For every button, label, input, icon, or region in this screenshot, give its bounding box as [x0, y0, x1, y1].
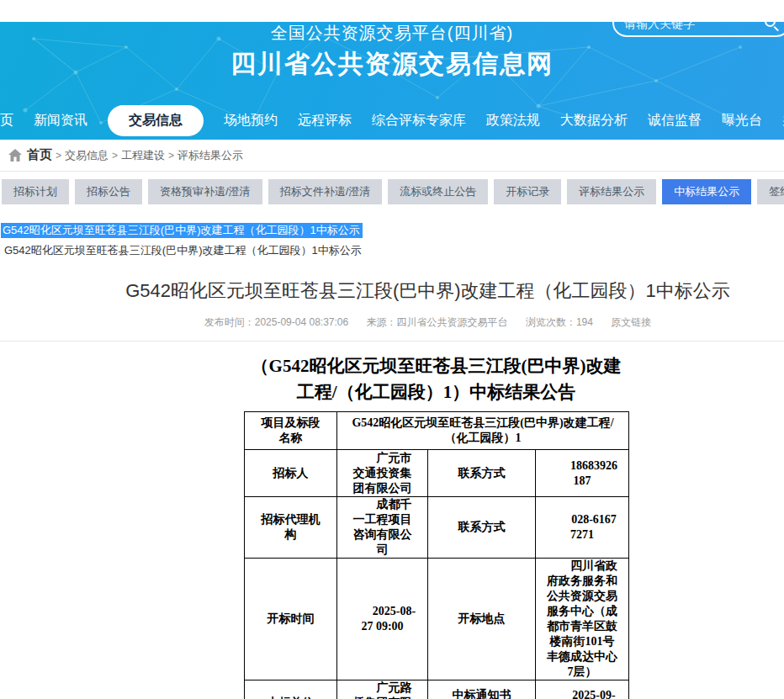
- table-label-cell: 中标单位: [245, 680, 337, 699]
- site-header: 全国公共资源交易平台(四川省) 四川省公共资源交易信息网 首页新闻资讯交易信息场…: [0, 22, 784, 140]
- table-row: 开标时间2025-08-27 09:00开标地点四川省政府政务服务和公共资源交易…: [245, 559, 629, 680]
- table-row: 招标人广元市交通投资集团有限公司联系方式18683926187: [245, 450, 629, 497]
- breadcrumb-home[interactable]: 首页: [27, 147, 52, 163]
- breadcrumb-item-1[interactable]: 工程建设: [121, 148, 165, 163]
- announcement-link[interactable]: G542昭化区元坝至旺苍县三江段(巴中界)改建工程（化工园段）1中标公示: [4, 243, 784, 258]
- article-header: G542昭化区元坝至旺苍县三江段(巴中界)改建工程（化工园段）1中标公示 发布时…: [72, 278, 784, 330]
- document-title: （G542昭化区元坝至旺苍县三江段(巴中界)改建工程/（化工园段）1）中标结果公…: [244, 353, 628, 405]
- table-value-cell: 广元市交通投资集团有限公司: [337, 450, 428, 497]
- breadcrumb-items: >交易信息>工程建设>评标结果公示: [52, 148, 243, 163]
- table-value-cell: 028-61677271: [536, 497, 629, 559]
- list-item-selected[interactable]: G542昭化区元坝至旺苍县三江段(巴中界)改建工程（化工园段）1中标公示: [1, 224, 784, 236]
- breadcrumb-item-0[interactable]: 交易信息: [65, 148, 109, 163]
- site-title: 四川省公共资源交易信息网: [0, 47, 784, 82]
- table-row: 项目及标段名称G542昭化区元坝至旺苍县三江段(巴中界)改建工程/（化工园段）1: [245, 412, 629, 450]
- section-divider: [0, 341, 784, 342]
- table-value-cell: 广元路桥集团有限公司: [337, 680, 428, 699]
- table-value-cell: 成都千一工程项目咨询有限公司: [337, 497, 428, 559]
- nav-item-9[interactable]: 曝光台: [722, 112, 762, 130]
- tab-7[interactable]: 中标结果公示: [662, 179, 751, 204]
- tab-4[interactable]: 流标或终止公告: [388, 179, 488, 204]
- table-label-cell: 项目及标段名称: [245, 412, 337, 450]
- table-value-cell: 18683926187: [536, 450, 629, 497]
- nav-item-8[interactable]: 诚信监督: [648, 112, 702, 130]
- breadcrumb-separator: >: [56, 150, 61, 162]
- nav-item-6[interactable]: 政策法规: [486, 112, 540, 130]
- tab-1[interactable]: 招标公告: [75, 179, 142, 204]
- nav-item-2[interactable]: 交易信息: [108, 105, 204, 136]
- tab-6[interactable]: 评标结果公示: [567, 179, 656, 204]
- table-label-cell: 开标地点: [428, 559, 536, 680]
- bid-result-table-body: 项目及标段名称G542昭化区元坝至旺苍县三江段(巴中界)改建工程/（化工园段）1…: [245, 412, 629, 699]
- nav-item-4[interactable]: 远程评标: [298, 112, 352, 130]
- tab-3[interactable]: 招标文件补遗/澄清: [268, 179, 383, 204]
- document-body: （G542昭化区元坝至旺苍县三江段(巴中界)改建工程/（化工园段）1）中标结果公…: [244, 353, 628, 699]
- nav-item-3[interactable]: 场地预约: [224, 112, 278, 130]
- table-label-cell: 招标代理机构: [245, 497, 337, 559]
- publish-time: 发布时间：2025-09-04 08:37:06: [204, 316, 348, 328]
- nav-item-0[interactable]: 首页: [0, 112, 13, 130]
- tab-8[interactable]: 签约履行: [757, 179, 784, 204]
- bid-result-table: 项目及标段名称G542昭化区元坝至旺苍县三江段(巴中界)改建工程/（化工园段）1…: [244, 411, 629, 699]
- view-count: 浏览次数：194: [526, 316, 593, 328]
- selected-announcement-link[interactable]: G542昭化区元坝至旺苍县三江段(巴中界)改建工程（化工园段）1中标公示: [1, 223, 363, 238]
- table-label-cell: 联系方式: [428, 497, 536, 559]
- nav-item-1[interactable]: 新闻资讯: [34, 112, 87, 130]
- original-link[interactable]: 原文链接: [611, 316, 651, 328]
- tab-2[interactable]: 资格预审补遗/澄清: [148, 179, 262, 204]
- table-value-cell: 四川省政府政务服务和公共资源交易服务中心（成都市青羊区鼓楼南街101号丰德成达中…: [536, 559, 629, 680]
- main-nav: 首页新闻资讯交易信息场地预约远程评标综合评标专家库政策法规大数据分析诚信监督曝光…: [0, 103, 784, 138]
- article-meta: 发布时间：2025-09-04 08:37:06 来源：四川省公共资源交易平台 …: [72, 315, 784, 330]
- table-value-cell: 2025-09-10: [536, 680, 629, 699]
- breadcrumb-item-2[interactable]: 评标结果公示: [177, 148, 243, 163]
- table-label-cell: 招标人: [245, 450, 337, 497]
- source: 来源：四川省公共资源交易平台: [367, 316, 508, 328]
- home-icon: [8, 149, 22, 162]
- table-label-cell: 联系方式: [428, 450, 536, 497]
- nav-item-7[interactable]: 大数据分析: [560, 112, 628, 130]
- table-value-cell: G542昭化区元坝至旺苍县三江段(巴中界)改建工程/（化工园段）1: [337, 412, 629, 450]
- page-title: G542昭化区元坝至旺苍县三江段(巴中界)改建工程（化工园段）1中标公示: [72, 278, 784, 304]
- breadcrumb-separator: >: [112, 150, 118, 162]
- table-row: 招标代理机构成都千一工程项目咨询有限公司联系方式028-61677271: [245, 497, 629, 559]
- nav-item-5[interactable]: 综合评标专家库: [372, 112, 466, 130]
- tab-5[interactable]: 开标记录: [494, 179, 561, 204]
- breadcrumb-separator: >: [168, 150, 174, 162]
- table-label-cell: 开标时间: [245, 559, 337, 680]
- category-tabbar: 招标计划招标公告资格预审补遗/澄清招标文件补遗/澄清流标或终止公告开标记录评标结…: [2, 179, 784, 204]
- table-row: 中标单位广元路桥集团有限公司中标通知书发出日期2025-09-10: [245, 680, 629, 699]
- table-value-cell: 2025-08-27 09:00: [337, 559, 428, 680]
- breadcrumb: 首页 >交易信息>工程建设>评标结果公示: [0, 140, 784, 172]
- platform-title: 全国公共资源交易平台(四川省): [0, 22, 784, 45]
- announcement-list: G542昭化区元坝至旺苍县三江段(巴中界)改建工程（化工园段）1中标公示 G54…: [1, 224, 784, 258]
- tab-0[interactable]: 招标计划: [2, 179, 69, 204]
- table-label-cell: 中标通知书发出日期: [428, 680, 536, 699]
